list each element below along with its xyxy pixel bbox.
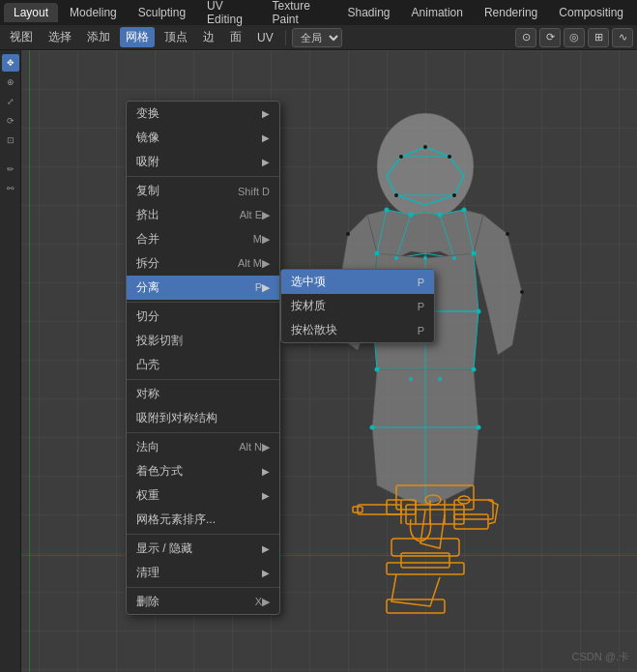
overlay-icon[interactable]: ⊞ bbox=[588, 28, 609, 47]
submenu-item-by-loose[interactable]: 按松散块 P bbox=[281, 318, 434, 342]
tool-annotate[interactable]: ✏ bbox=[2, 161, 19, 178]
menu-item-separate[interactable]: 分离 P▶ bbox=[127, 276, 279, 300]
svg-point-12 bbox=[472, 367, 477, 372]
svg-point-32 bbox=[423, 256, 427, 260]
second-toolbar: 视图 选择 添加 网格 顶点 边 面 UV 全局 局部 ⊙ ⟳ ◎ ⊞ ∿ bbox=[0, 25, 637, 50]
menu-item-convex[interactable]: 凸壳 bbox=[127, 353, 279, 377]
mesh-dropdown-menu: 变换 ▶ 镜像 ▶ 吸附 ▶ 复制 Shift D 挤出 Alt E▶ 合并 M… bbox=[126, 101, 280, 615]
svg-point-6 bbox=[462, 208, 467, 213]
menu-item-shade[interactable]: 着色方式 ▶ bbox=[127, 459, 279, 483]
svg-point-34 bbox=[452, 256, 456, 260]
svg-point-11 bbox=[375, 367, 380, 372]
menu-item-clean[interactable]: 清理 ▶ bbox=[127, 561, 279, 585]
toolbar-face[interactable]: 面 bbox=[224, 27, 247, 47]
separator bbox=[127, 432, 279, 433]
svg-point-35 bbox=[409, 377, 413, 381]
menu-item-proj-cut[interactable]: 投影切割 bbox=[127, 329, 279, 353]
menu-item-normals[interactable]: 法向 Alt N▶ bbox=[127, 435, 279, 459]
menu-item-sort-elements[interactable]: 网格元素排序... bbox=[127, 508, 279, 532]
menu-item-sym-snap[interactable]: 吸附到对称结构 bbox=[127, 406, 279, 430]
svg-rect-24 bbox=[358, 505, 401, 514]
watermark: CSDN @.卡 bbox=[572, 650, 629, 664]
viewport: ✥ ⊕ ⤢ ⟳ ⊡ ✏ ⚯ bbox=[0, 50, 637, 672]
svg-rect-23 bbox=[454, 514, 488, 529]
svg-point-45 bbox=[520, 290, 524, 294]
tab-uv-editing[interactable]: UV Editing bbox=[197, 0, 260, 29]
toolbar-vertex[interactable]: 顶点 bbox=[159, 27, 193, 47]
menu-item-duplicate[interactable]: 复制 Shift D bbox=[127, 179, 279, 203]
tab-shading[interactable]: Shading bbox=[338, 3, 400, 22]
svg-point-41 bbox=[452, 193, 456, 197]
svg-point-7 bbox=[375, 251, 380, 256]
separate-submenu: 选中项 P 按材质 P 按松散块 P bbox=[280, 269, 435, 343]
svg-rect-20 bbox=[387, 563, 464, 574]
tab-sculpting[interactable]: Sculpting bbox=[129, 3, 195, 22]
separator-1 bbox=[285, 30, 286, 45]
svg-point-14 bbox=[477, 425, 481, 430]
left-toolbar: ✥ ⊕ ⤢ ⟳ ⊡ ✏ ⚯ bbox=[0, 50, 21, 672]
svg-point-36 bbox=[438, 377, 442, 381]
svg-point-37 bbox=[399, 155, 403, 159]
transform-icon[interactable]: ⟳ bbox=[539, 28, 561, 47]
tool-scale[interactable]: ⊡ bbox=[2, 131, 19, 149]
toolbar-select[interactable]: 选择 bbox=[43, 27, 77, 47]
tab-compositing[interactable]: Compositing bbox=[549, 3, 633, 22]
menu-item-snap[interactable]: 吸附 ▶ bbox=[127, 150, 279, 174]
svg-point-13 bbox=[370, 425, 375, 430]
arrow-icon: ▶ bbox=[262, 568, 270, 578]
separator bbox=[127, 176, 279, 177]
svg-point-3 bbox=[385, 208, 390, 213]
separator bbox=[127, 534, 279, 535]
menu-item-bisect[interactable]: 切分 bbox=[127, 305, 279, 329]
svg-point-39 bbox=[423, 145, 427, 149]
arrow-icon: ▶ bbox=[262, 108, 270, 119]
toolbar-edge[interactable]: 边 bbox=[197, 27, 220, 47]
menu-item-weights[interactable]: 权重 ▶ bbox=[127, 483, 279, 508]
submenu-item-selected[interactable]: 选中项 P bbox=[281, 270, 434, 294]
proportional-icon[interactable]: ◎ bbox=[564, 28, 585, 47]
arrow-icon: ▶ bbox=[262, 132, 270, 143]
toolbar-view[interactable]: 视图 bbox=[4, 27, 39, 47]
magnet-icon[interactable]: ⊙ bbox=[515, 28, 536, 47]
menu-item-delete[interactable]: 删除 X▶ bbox=[127, 590, 279, 614]
svg-point-10 bbox=[477, 309, 481, 314]
separator bbox=[127, 302, 279, 303]
wave-icon[interactable]: ∿ bbox=[612, 28, 633, 47]
menu-item-split[interactable]: 拆分 Alt M▶ bbox=[127, 251, 279, 276]
tool-move[interactable]: ⤢ bbox=[2, 93, 19, 110]
tab-rendering[interactable]: Rendering bbox=[475, 3, 547, 22]
toolbar-mesh[interactable]: 网格 bbox=[120, 27, 155, 47]
svg-point-42 bbox=[346, 232, 350, 236]
menu-item-mirror[interactable]: 镜像 ▶ bbox=[127, 126, 279, 150]
arrow-icon: ▶ bbox=[262, 157, 270, 167]
tab-animation[interactable]: Animation bbox=[402, 3, 473, 22]
arrow-icon: ▶ bbox=[262, 490, 270, 501]
3d-model bbox=[261, 99, 590, 659]
toolbar-add[interactable]: 添加 bbox=[81, 27, 116, 47]
submenu-item-by-material[interactable]: 按材质 P bbox=[281, 294, 434, 318]
toolbar-uv[interactable]: UV bbox=[251, 29, 279, 46]
arrow-icon: ▶ bbox=[262, 466, 270, 477]
svg-point-0 bbox=[377, 113, 474, 219]
top-tabbar: Layout Modeling Sculpting UV Editing Tex… bbox=[0, 0, 637, 25]
tool-cursor[interactable]: ⊕ bbox=[2, 73, 19, 91]
scope-select[interactable]: 全局 局部 bbox=[292, 28, 342, 47]
tab-modeling[interactable]: Modeling bbox=[60, 3, 127, 22]
svg-point-38 bbox=[448, 155, 451, 159]
tool-select[interactable]: ✥ bbox=[2, 54, 19, 72]
svg-point-4 bbox=[409, 213, 414, 218]
toolbar-right-icons: ⊙ ⟳ ◎ ⊞ ∿ bbox=[515, 28, 633, 47]
menu-item-symmetry[interactable]: 对称 bbox=[127, 382, 279, 406]
menu-item-extrude[interactable]: 挤出 Alt E▶ bbox=[127, 203, 279, 227]
svg-point-40 bbox=[394, 193, 398, 197]
svg-point-43 bbox=[506, 232, 509, 236]
menu-item-show-hide[interactable]: 显示 / 隐藏 ▶ bbox=[127, 537, 279, 561]
tab-layout[interactable]: Layout bbox=[4, 3, 58, 22]
tool-measure[interactable]: ⚯ bbox=[2, 180, 19, 197]
tab-texture-paint[interactable]: Texture Paint bbox=[262, 0, 335, 29]
menu-item-merge[interactable]: 合并 M▶ bbox=[127, 227, 279, 251]
y-axis bbox=[29, 50, 30, 672]
tool-rotate[interactable]: ⟳ bbox=[2, 112, 19, 130]
svg-point-5 bbox=[438, 213, 443, 218]
menu-item-transform[interactable]: 变换 ▶ bbox=[127, 102, 279, 126]
